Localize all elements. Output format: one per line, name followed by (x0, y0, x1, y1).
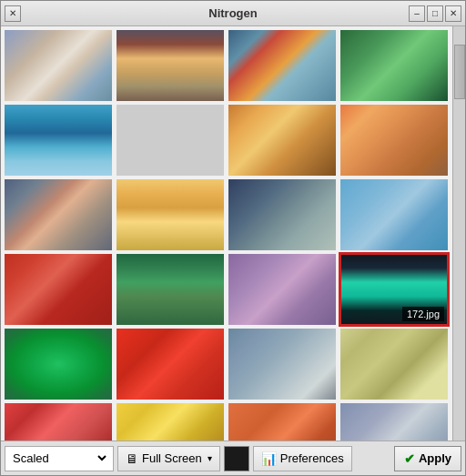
image-cell-14[interactable] (116, 254, 224, 325)
image-cell-24[interactable] (340, 403, 448, 441)
image-cell-16[interactable]: 172.jpg (340, 254, 448, 325)
titlebar-left-controls: ✕ (5, 5, 21, 22)
image-cell-17[interactable] (5, 329, 112, 400)
image-tooltip: 172.jpg (402, 307, 444, 321)
image-cell-3[interactable] (228, 30, 336, 101)
image-cell-5[interactable] (5, 105, 112, 176)
preferences-label: Preferences (280, 451, 344, 465)
monitor-icon: 🖥 (126, 451, 138, 466)
toolbar: Scaled Centered Tiled Stretched Zoomed S… (1, 441, 465, 475)
image-cell-4[interactable] (340, 30, 448, 101)
fullscreen-arrow: ▾ (208, 453, 212, 463)
minimize-button[interactable]: – (409, 5, 425, 22)
window-menu-button[interactable]: ✕ (5, 5, 21, 22)
scaled-select[interactable]: Scaled Centered Tiled Stretched Zoomed S… (9, 451, 109, 466)
content-area: 172.jpg (1, 26, 465, 441)
image-cell-13[interactable] (5, 254, 112, 325)
image-cell-21[interactable] (5, 403, 112, 441)
titlebar: ✕ Nitrogen – □ ✕ (1, 1, 465, 26)
image-cell-19[interactable] (228, 329, 336, 400)
image-cell-10[interactable] (116, 179, 224, 250)
image-cell-6[interactable] (116, 105, 224, 176)
image-cell-1[interactable] (5, 30, 112, 101)
window-title: Nitrogen (208, 6, 257, 20)
image-cell-8[interactable] (340, 105, 448, 176)
fullscreen-label: Full Screen (142, 451, 202, 465)
image-cell-9[interactable] (5, 179, 112, 250)
image-cell-15[interactable] (228, 254, 336, 325)
image-cell-22[interactable] (116, 403, 224, 441)
image-cell-12[interactable] (340, 179, 448, 250)
image-cell-11[interactable] (228, 179, 336, 250)
apply-button[interactable]: ✔ Apply (394, 446, 461, 471)
image-grid-container[interactable]: 172.jpg (1, 26, 452, 441)
image-cell-7[interactable] (228, 105, 336, 176)
scrollbar-thumb[interactable] (454, 45, 465, 99)
close-button[interactable]: ✕ (445, 5, 461, 22)
image-cell-20[interactable] (340, 329, 448, 400)
main-window: ✕ Nitrogen – □ ✕ 172.jpg Scaled Centered… (0, 0, 466, 476)
image-cell-2[interactable] (116, 30, 224, 101)
image-cell-18[interactable] (116, 329, 224, 400)
titlebar-right-controls: – □ ✕ (409, 5, 461, 22)
preferences-button[interactable]: 📊 Preferences (253, 446, 352, 471)
color-picker[interactable] (224, 446, 249, 471)
image-cell-23[interactable] (228, 403, 336, 441)
scaled-select-wrap[interactable]: Scaled Centered Tiled Stretched Zoomed S… (5, 446, 114, 471)
preferences-icon: 📊 (261, 451, 277, 466)
maximize-button[interactable]: □ (427, 5, 443, 22)
fullscreen-button[interactable]: 🖥 Full Screen ▾ (117, 446, 220, 471)
apply-check-icon: ✔ (404, 451, 415, 466)
apply-label: Apply (419, 451, 451, 465)
scrollbar-track[interactable] (452, 26, 465, 441)
image-grid: 172.jpg (1, 26, 452, 441)
